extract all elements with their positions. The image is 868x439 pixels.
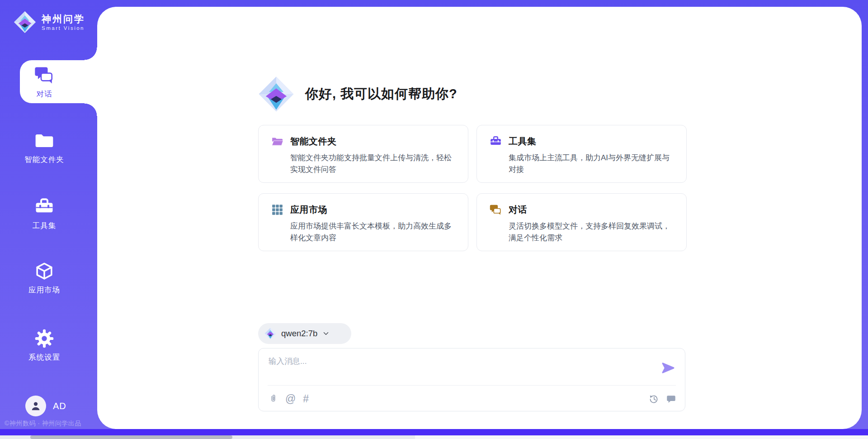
model-gem-icon bbox=[264, 327, 276, 340]
cube-icon bbox=[34, 261, 54, 281]
feature-card-app-market[interactable]: 应用市场 应用市场提供丰富长文本模板，助力高效生成多样化文章内容 bbox=[258, 193, 468, 251]
history-icon bbox=[649, 394, 659, 404]
card-head: 应用市场 bbox=[271, 204, 459, 216]
sidebar-item-label: 系统设置 bbox=[28, 353, 60, 363]
feature-card-smart-folder[interactable]: 智能文件夹 智能文件夹功能支持批量文件上传与清洗，轻松实现文件问答 bbox=[258, 125, 468, 183]
mention-button[interactable]: @ bbox=[285, 394, 296, 404]
model-selector[interactable]: qwen2:7b bbox=[258, 323, 351, 344]
toolbox-icon bbox=[490, 135, 502, 148]
card-title: 智能文件夹 bbox=[290, 135, 337, 148]
history-button[interactable] bbox=[649, 394, 659, 404]
card-head: 智能文件夹 bbox=[271, 135, 459, 148]
brand-logo: 神州问学 Smart Vision bbox=[14, 9, 85, 35]
brand-gem-icon bbox=[258, 75, 294, 114]
gear-icon bbox=[34, 329, 54, 348]
sidebar-item-toolset[interactable]: 工具集 bbox=[0, 189, 89, 239]
sidebar-item-smart-folder[interactable]: 智能文件夹 bbox=[0, 123, 89, 172]
hashtag-button[interactable]: # bbox=[303, 394, 309, 404]
greeting: 你好, 我可以如何帮助你? bbox=[258, 75, 458, 114]
folder-open-icon bbox=[271, 135, 283, 148]
brand-gem-icon bbox=[14, 9, 36, 35]
composer-tools-left: @ # bbox=[269, 390, 309, 407]
model-name: qwen2:7b bbox=[281, 329, 317, 339]
card-description: 智能文件夹功能支持批量文件上传与清洗，轻松实现文件问答 bbox=[290, 152, 454, 175]
paperclip-icon bbox=[269, 394, 278, 404]
main-panel: 你好, 我可以如何帮助你? 智能文件夹 智能文件夹功能支持批量文件上传与清洗，轻… bbox=[97, 7, 862, 429]
sidebar-item-label: 对话 bbox=[37, 89, 52, 99]
composer: @ # bbox=[258, 348, 685, 411]
card-head: 工具集 bbox=[490, 135, 677, 148]
greeting-title: 你好, 我可以如何帮助你? bbox=[305, 85, 458, 103]
feature-cards: 智能文件夹 智能文件夹功能支持批量文件上传与清洗，轻松实现文件问答 工具集 集成… bbox=[258, 125, 687, 251]
chevron-down-icon bbox=[322, 330, 330, 337]
user-name: AD bbox=[53, 401, 66, 411]
card-head: 对话 bbox=[490, 204, 677, 216]
composer-divider bbox=[268, 385, 676, 386]
attach-button[interactable] bbox=[269, 394, 278, 404]
brand-text: 神州问学 Smart Vision bbox=[42, 14, 85, 31]
sidebar-item-system-settings[interactable]: 系统设置 bbox=[0, 320, 89, 370]
card-title: 工具集 bbox=[509, 135, 537, 148]
chat-bubble-icon bbox=[666, 394, 676, 404]
sidebar-item-app-market[interactable]: 应用市场 bbox=[0, 253, 89, 303]
feedback-button[interactable] bbox=[666, 394, 676, 404]
at-icon: @ bbox=[285, 394, 296, 404]
sidebar-item-label: 应用市场 bbox=[28, 285, 60, 295]
toolbox-icon bbox=[34, 197, 54, 217]
composer-tools-right bbox=[649, 390, 676, 407]
card-title: 应用市场 bbox=[290, 204, 327, 216]
sidebar-footer: ©神州数码 · 神州问学出品 bbox=[5, 420, 81, 428]
send-icon bbox=[661, 361, 675, 375]
card-description: 应用市场提供丰富长文本模板，助力高效生成多样化文章内容 bbox=[290, 220, 454, 243]
send-button[interactable] bbox=[661, 361, 675, 375]
sidebar: 神州问学 Smart Vision 对话 智能文件夹 工具集 应用市场 系统设置 bbox=[0, 0, 97, 439]
app-window: 你好, 我可以如何帮助你? 智能文件夹 智能文件夹功能支持批量文件上传与清洗，轻… bbox=[0, 0, 868, 439]
card-title: 对话 bbox=[509, 204, 527, 216]
person-icon bbox=[30, 400, 42, 412]
chat-icon bbox=[490, 204, 502, 216]
avatar bbox=[25, 396, 46, 416]
brand-subtitle: Smart Vision bbox=[42, 25, 85, 31]
sidebar-item-label: 智能文件夹 bbox=[24, 155, 64, 165]
brand-name: 神州问学 bbox=[42, 14, 85, 24]
grid-icon bbox=[271, 204, 283, 216]
chat-icon bbox=[34, 65, 54, 85]
sidebar-item-label: 工具集 bbox=[33, 221, 57, 231]
hash-icon: # bbox=[303, 394, 309, 404]
folder-icon bbox=[34, 131, 54, 151]
feature-card-toolset[interactable]: 工具集 集成市场上主流工具，助力AI与外界无缝扩展与对接 bbox=[476, 125, 687, 183]
bottom-accent-strip bbox=[0, 429, 868, 435]
card-description: 灵活切换多模型文件，支持多样回复效果调试，满足个性化需求 bbox=[509, 220, 672, 243]
card-description: 集成市场上主流工具，助力AI与外界无缝扩展与对接 bbox=[509, 152, 672, 175]
user-profile[interactable]: AD bbox=[25, 396, 66, 416]
scrollbar-track-right bbox=[415, 435, 868, 439]
feature-card-chat[interactable]: 对话 灵活切换多模型文件，支持多样回复效果调试，满足个性化需求 bbox=[476, 193, 687, 251]
sidebar-item-chat[interactable]: 对话 bbox=[0, 57, 89, 107]
scrollbar-thumb[interactable] bbox=[30, 435, 232, 439]
horizontal-scrollbar[interactable] bbox=[0, 435, 868, 439]
message-input[interactable] bbox=[269, 356, 644, 382]
